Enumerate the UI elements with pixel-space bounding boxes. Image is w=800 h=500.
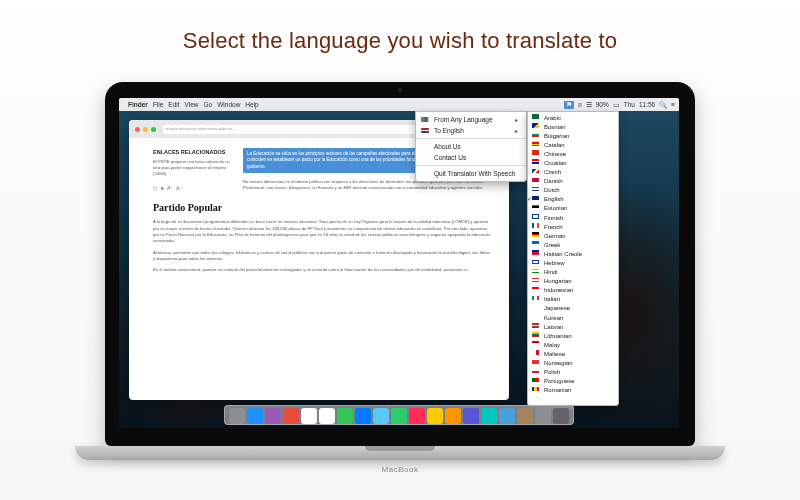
language-option-dutch[interactable]: Dutch — [528, 186, 618, 195]
language-label: Maltese — [544, 351, 565, 357]
menubar-window[interactable]: Window — [217, 101, 240, 108]
language-label: Czech — [544, 169, 561, 175]
language-option-portuguese[interactable]: Portuguese — [528, 377, 618, 386]
macos-menubar[interactable]: Finder File Edit View Go Window Help ⚑ ⎚… — [119, 98, 679, 111]
language-submenu: ArabicBosnianBulgarianCatalanChineseCroa… — [527, 111, 619, 406]
menubar-view[interactable]: View — [185, 101, 199, 108]
notification-center-icon[interactable]: ≡ — [671, 101, 675, 108]
share-icon[interactable]: ◻ — [153, 185, 157, 193]
language-option-german[interactable]: German — [528, 231, 618, 240]
flag-icon — [532, 350, 539, 355]
menubar-time[interactable]: 11:56 — [639, 101, 655, 108]
language-label: Danish — [544, 178, 563, 184]
flag-icon — [532, 150, 539, 155]
dock-app-4[interactable] — [301, 408, 317, 424]
macos-dock[interactable] — [224, 405, 574, 425]
menu-from-any-language[interactable]: From Any Language ▸ — [416, 114, 526, 125]
dock-app-0[interactable] — [229, 408, 245, 424]
language-option-bosnian[interactable]: Bosnian — [528, 122, 618, 131]
dock-app-6[interactable] — [337, 408, 353, 424]
dock-app-8[interactable] — [373, 408, 389, 424]
language-option-english[interactable]: ✓English — [528, 195, 618, 204]
language-label: Estonian — [544, 205, 567, 211]
menubar-file[interactable]: File — [153, 101, 163, 108]
language-label: Korean — [544, 315, 563, 321]
flag-icon — [532, 141, 539, 146]
dock-app-11[interactable] — [427, 408, 443, 424]
language-option-croatian[interactable]: Croatian — [528, 158, 618, 167]
language-option-japanese[interactable]: Japanese — [528, 304, 618, 313]
language-option-hebrew[interactable]: Hebrew — [528, 259, 618, 268]
language-option-indonesian[interactable]: Indonesian — [528, 286, 618, 295]
dock-app-13[interactable] — [463, 408, 479, 424]
spotlight-icon[interactable]: 🔍 — [659, 101, 667, 109]
language-option-danish[interactable]: Danish — [528, 177, 618, 186]
bookmark-icon[interactable]: ★ — [160, 185, 164, 193]
menubar-day[interactable]: Thu — [624, 101, 635, 108]
menu-about[interactable]: About Us — [416, 141, 526, 152]
dock-app-5[interactable] — [319, 408, 335, 424]
menubar-help[interactable]: Help — [245, 101, 258, 108]
language-option-chinese[interactable]: Chinese — [528, 149, 618, 158]
menu-quit[interactable]: Quit Translator With Speech — [416, 168, 526, 179]
language-option-french[interactable]: French — [528, 222, 618, 231]
window-zoom-icon[interactable] — [151, 127, 156, 132]
menubar-app[interactable]: Finder — [128, 101, 148, 108]
dock-app-15[interactable] — [499, 408, 515, 424]
language-option-norwegian[interactable]: Norwegian — [528, 359, 618, 368]
dock-app-17[interactable] — [535, 408, 551, 424]
language-option-bulgarian[interactable]: Bulgarian — [528, 131, 618, 140]
language-option-polish[interactable]: Polish — [528, 368, 618, 377]
battery-icon[interactable]: ▭ — [613, 101, 620, 109]
wifi-icon[interactable]: ☰ — [586, 101, 592, 109]
font-size-icon[interactable]: A⁺ — [167, 185, 173, 193]
related-link-1[interactable]: El PSOE propone una beca-salario de un a… — [153, 159, 231, 177]
language-option-maltese[interactable]: Maltese — [528, 349, 618, 358]
dock-app-7[interactable] — [355, 408, 371, 424]
language-label: Chinese — [544, 151, 566, 157]
flag-icon — [532, 296, 539, 301]
display-icon[interactable]: ⎚ — [578, 101, 582, 108]
language-option-hungarian[interactable]: Hungarian — [528, 277, 618, 286]
menubar-go[interactable]: Go — [204, 101, 213, 108]
font-size-down-icon[interactable]: A⁻ — [176, 185, 182, 193]
language-option-lithuanian[interactable]: Lithuanian — [528, 331, 618, 340]
menu-to-english[interactable]: To English ▸ — [416, 125, 526, 136]
window-close-icon[interactable] — [135, 127, 140, 132]
flag-icon — [532, 387, 539, 392]
menubar-edit[interactable]: Edit — [168, 101, 179, 108]
language-option-latvian[interactable]: Latvian — [528, 322, 618, 331]
translator-menubar-icon[interactable]: ⚑ — [564, 101, 574, 109]
language-label: German — [544, 233, 566, 239]
menu-contact[interactable]: Contact Us — [416, 152, 526, 163]
dock-app-12[interactable] — [445, 408, 461, 424]
language-label: Japanese — [544, 305, 570, 311]
dock-app-10[interactable] — [409, 408, 425, 424]
camera-dot — [398, 88, 402, 92]
dock-app-18[interactable] — [553, 408, 569, 424]
language-option-haitian-creole[interactable]: Haitian Creole — [528, 249, 618, 258]
language-option-italian[interactable]: Italian — [528, 295, 618, 304]
window-minimize-icon[interactable] — [143, 127, 148, 132]
dock-app-1[interactable] — [247, 408, 263, 424]
language-option-czech[interactable]: Czech — [528, 168, 618, 177]
language-label: Portuguese — [544, 378, 575, 384]
multi-flag-icon — [421, 117, 429, 122]
dock-app-9[interactable] — [391, 408, 407, 424]
dock-app-2[interactable] — [265, 408, 281, 424]
language-option-malay[interactable]: Malay — [528, 340, 618, 349]
language-option-greek[interactable]: Greek — [528, 240, 618, 249]
flag-icon — [532, 205, 539, 210]
language-option-estonian[interactable]: Estonian — [528, 204, 618, 213]
language-label: Hindi — [544, 269, 558, 275]
language-option-hindi[interactable]: Hindi — [528, 268, 618, 277]
language-option-arabic[interactable]: Arabic — [528, 113, 618, 122]
dock-app-14[interactable] — [481, 408, 497, 424]
dock-app-3[interactable] — [283, 408, 299, 424]
dock-app-16[interactable] — [517, 408, 533, 424]
language-option-korean[interactable]: Korean — [528, 313, 618, 322]
language-option-catalan[interactable]: Catalan — [528, 140, 618, 149]
language-label: Lithuanian — [544, 333, 572, 339]
language-option-finnish[interactable]: Finnish — [528, 213, 618, 222]
language-option-romanian[interactable]: Romanian — [528, 386, 618, 395]
